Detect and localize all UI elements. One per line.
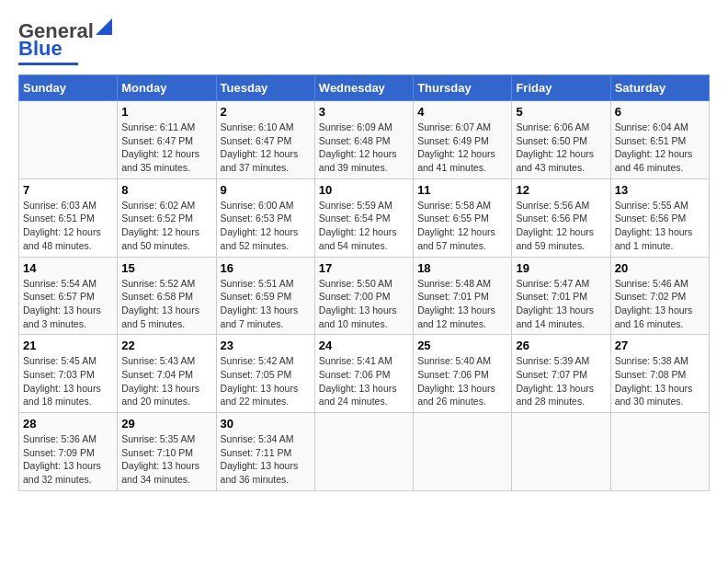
calendar-day-cell: 2Sunrise: 6:10 AM Sunset: 6:47 PM Daylig…	[216, 101, 314, 179]
day-number: 18	[417, 261, 507, 275]
day-info: Sunrise: 5:47 AM Sunset: 7:01 PM Dayligh…	[516, 277, 606, 331]
day-number: 4	[417, 105, 507, 119]
day-info: Sunrise: 6:04 AM Sunset: 6:51 PM Dayligh…	[615, 121, 705, 175]
weekday-header: Sunday	[19, 75, 118, 101]
calendar-day-cell	[414, 413, 512, 491]
day-number: 11	[417, 183, 507, 197]
calendar-day-cell: 22Sunrise: 5:43 AM Sunset: 7:04 PM Dayli…	[118, 335, 216, 413]
day-number: 27	[615, 339, 705, 352]
day-info: Sunrise: 5:34 AM Sunset: 7:11 PM Dayligh…	[221, 432, 311, 487]
day-info: Sunrise: 5:46 AM Sunset: 7:02 PM Dayligh…	[615, 277, 705, 331]
day-info: Sunrise: 6:11 AM Sunset: 6:47 PM Dayligh…	[121, 121, 211, 175]
day-info: Sunrise: 5:39 AM Sunset: 7:07 PM Dayligh…	[516, 354, 606, 408]
day-info: Sunrise: 6:07 AM Sunset: 6:49 PM Dayligh…	[417, 121, 507, 175]
calendar-day-cell: 20Sunrise: 5:46 AM Sunset: 7:02 PM Dayli…	[610, 257, 709, 335]
day-number: 16	[221, 261, 311, 275]
weekday-header: Thursday	[414, 75, 512, 101]
calendar-week-row: 1Sunrise: 6:11 AM Sunset: 6:47 PM Daylig…	[19, 101, 710, 179]
calendar-day-cell: 30Sunrise: 5:34 AM Sunset: 7:11 PM Dayli…	[216, 413, 314, 491]
day-info: Sunrise: 6:10 AM Sunset: 6:47 PM Dayligh…	[221, 121, 311, 175]
day-number: 25	[417, 339, 507, 352]
calendar-day-cell: 7Sunrise: 6:03 AM Sunset: 6:51 PM Daylig…	[19, 178, 118, 257]
day-info: Sunrise: 5:56 AM Sunset: 6:56 PM Dayligh…	[516, 199, 606, 253]
calendar-day-cell: 14Sunrise: 5:54 AM Sunset: 6:57 PM Dayli…	[19, 257, 118, 335]
calendar-day-cell	[314, 413, 413, 491]
day-info: Sunrise: 5:59 AM Sunset: 6:54 PM Dayligh…	[319, 199, 409, 253]
day-number: 26	[516, 339, 606, 352]
day-info: Sunrise: 5:48 AM Sunset: 7:01 PM Dayligh…	[417, 277, 507, 331]
day-info: Sunrise: 5:58 AM Sunset: 6:55 PM Dayligh…	[417, 199, 507, 253]
calendar-day-cell: 17Sunrise: 5:50 AM Sunset: 7:00 PM Dayli…	[314, 257, 413, 335]
day-info: Sunrise: 5:55 AM Sunset: 6:56 PM Dayligh…	[615, 199, 705, 253]
day-number: 30	[221, 417, 311, 431]
calendar-day-cell: 15Sunrise: 5:52 AM Sunset: 6:58 PM Dayli…	[118, 257, 216, 335]
calendar-day-cell: 25Sunrise: 5:40 AM Sunset: 7:06 PM Dayli…	[414, 335, 512, 413]
calendar-day-cell: 11Sunrise: 5:58 AM Sunset: 6:55 PM Dayli…	[414, 178, 512, 257]
page-header: General Blue	[18, 18, 710, 65]
calendar-table: SundayMondayTuesdayWednesdayThursdayFrid…	[18, 75, 710, 491]
calendar-week-row: 7Sunrise: 6:03 AM Sunset: 6:51 PM Daylig…	[19, 178, 710, 257]
day-number: 24	[319, 339, 409, 352]
calendar-week-row: 14Sunrise: 5:54 AM Sunset: 6:57 PM Dayli…	[19, 257, 710, 335]
calendar-day-cell: 6Sunrise: 6:04 AM Sunset: 6:51 PM Daylig…	[610, 101, 709, 179]
day-number: 7	[23, 183, 113, 197]
calendar-day-cell: 18Sunrise: 5:48 AM Sunset: 7:01 PM Dayli…	[414, 257, 512, 335]
day-number: 15	[121, 261, 211, 275]
weekday-header: Monday	[118, 75, 216, 101]
day-info: Sunrise: 5:50 AM Sunset: 7:00 PM Dayligh…	[319, 277, 409, 331]
logo-bird-icon	[96, 18, 112, 35]
day-number: 10	[319, 183, 409, 197]
calendar-day-cell: 21Sunrise: 5:45 AM Sunset: 7:03 PM Dayli…	[19, 335, 118, 413]
day-number: 5	[516, 105, 606, 119]
calendar-day-cell: 26Sunrise: 5:39 AM Sunset: 7:07 PM Dayli…	[512, 335, 610, 413]
day-number: 22	[121, 339, 211, 352]
calendar-day-cell	[610, 413, 709, 491]
day-number: 19	[516, 261, 606, 275]
calendar-day-cell: 23Sunrise: 5:42 AM Sunset: 7:05 PM Dayli…	[216, 335, 314, 413]
calendar-day-cell	[512, 413, 610, 491]
day-info: Sunrise: 6:06 AM Sunset: 6:50 PM Dayligh…	[516, 121, 606, 175]
calendar-day-cell: 8Sunrise: 6:02 AM Sunset: 6:52 PM Daylig…	[118, 178, 216, 257]
day-number: 29	[121, 417, 211, 431]
day-info: Sunrise: 6:03 AM Sunset: 6:51 PM Dayligh…	[23, 199, 113, 253]
calendar-week-row: 21Sunrise: 5:45 AM Sunset: 7:03 PM Dayli…	[19, 335, 710, 413]
day-number: 13	[615, 183, 705, 197]
calendar-week-row: 28Sunrise: 5:36 AM Sunset: 7:09 PM Dayli…	[19, 413, 710, 491]
day-info: Sunrise: 5:35 AM Sunset: 7:10 PM Dayligh…	[121, 432, 211, 487]
day-number: 1	[121, 105, 211, 119]
calendar-day-cell: 3Sunrise: 6:09 AM Sunset: 6:48 PM Daylig…	[314, 101, 413, 179]
calendar-day-cell: 9Sunrise: 6:00 AM Sunset: 6:53 PM Daylig…	[216, 178, 314, 257]
day-info: Sunrise: 5:42 AM Sunset: 7:05 PM Dayligh…	[221, 354, 311, 408]
calendar-day-cell	[19, 101, 118, 179]
logo: General Blue	[18, 18, 112, 65]
calendar-day-cell: 16Sunrise: 5:51 AM Sunset: 6:59 PM Dayli…	[216, 257, 314, 335]
day-number: 14	[23, 261, 113, 275]
calendar-day-cell: 1Sunrise: 6:11 AM Sunset: 6:47 PM Daylig…	[118, 101, 216, 179]
day-info: Sunrise: 5:52 AM Sunset: 6:58 PM Dayligh…	[121, 277, 211, 331]
calendar-day-cell: 28Sunrise: 5:36 AM Sunset: 7:09 PM Dayli…	[19, 413, 118, 491]
calendar-day-cell: 13Sunrise: 5:55 AM Sunset: 6:56 PM Dayli…	[610, 178, 709, 257]
day-number: 3	[319, 105, 409, 119]
logo-blue-text: Blue	[18, 37, 63, 60]
day-number: 21	[23, 339, 113, 352]
day-info: Sunrise: 5:40 AM Sunset: 7:06 PM Dayligh…	[417, 354, 507, 408]
weekday-header: Friday	[512, 75, 610, 101]
day-number: 20	[615, 261, 705, 275]
day-number: 9	[221, 183, 311, 197]
weekday-header: Saturday	[610, 75, 709, 101]
calendar-day-cell: 19Sunrise: 5:47 AM Sunset: 7:01 PM Dayli…	[512, 257, 610, 335]
day-info: Sunrise: 6:02 AM Sunset: 6:52 PM Dayligh…	[121, 199, 211, 253]
day-info: Sunrise: 5:38 AM Sunset: 7:08 PM Dayligh…	[615, 354, 705, 408]
day-number: 6	[615, 105, 705, 119]
svg-marker-0	[96, 18, 112, 35]
day-info: Sunrise: 5:36 AM Sunset: 7:09 PM Dayligh…	[23, 432, 113, 487]
day-number: 12	[516, 183, 606, 197]
day-number: 28	[23, 417, 113, 431]
day-info: Sunrise: 5:51 AM Sunset: 6:59 PM Dayligh…	[221, 277, 311, 331]
calendar-day-cell: 4Sunrise: 6:07 AM Sunset: 6:49 PM Daylig…	[414, 101, 512, 179]
weekday-header: Wednesday	[314, 75, 413, 101]
day-info: Sunrise: 5:41 AM Sunset: 7:06 PM Dayligh…	[319, 354, 409, 408]
day-info: Sunrise: 5:43 AM Sunset: 7:04 PM Dayligh…	[121, 354, 211, 408]
logo-underline	[18, 63, 78, 65]
day-number: 2	[221, 105, 311, 119]
